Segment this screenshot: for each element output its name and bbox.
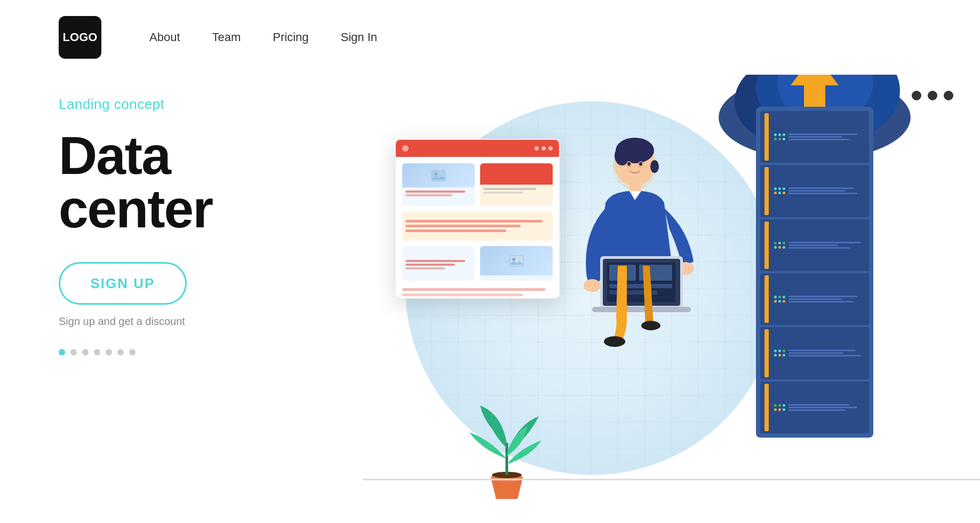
right-illustration: [363, 75, 980, 523]
dot-4[interactable]: [94, 349, 100, 355]
card-image-3: [402, 246, 475, 257]
server-rack: [756, 107, 873, 438]
landing-concept-label: Landing concept: [59, 96, 304, 113]
server-unit-6: [760, 382, 869, 433]
dot-7[interactable]: [129, 349, 136, 355]
nav-team[interactable]: Team: [212, 30, 241, 44]
svg-point-24: [639, 162, 642, 166]
server-lines-6: [788, 404, 865, 411]
server-dots-5: [774, 350, 785, 356]
browser-card-3: [402, 246, 475, 281]
plant-illustration: [469, 395, 533, 491]
server-lines-3: [788, 242, 865, 249]
server-unit-3: [760, 219, 869, 271]
server-dots-2: [774, 187, 785, 194]
svg-point-39: [604, 336, 625, 347]
card-lines-3: [402, 259, 475, 271]
nav-pricing[interactable]: Pricing: [273, 30, 308, 44]
person-svg: [528, 128, 731, 459]
svg-point-20: [650, 160, 659, 173]
menu-dot-2: [928, 91, 937, 100]
left-content: Landing concept Data center SIGN UP Sign…: [0, 75, 363, 523]
main-layout: Landing concept Data center SIGN UP Sign…: [0, 75, 980, 523]
character-illustration: [528, 128, 699, 459]
server-lines-1: [788, 133, 865, 140]
logo: LOGO: [59, 16, 101, 59]
main-nav: About Team Pricing Sign In: [149, 30, 377, 44]
menu-dot-3: [944, 91, 953, 100]
floor-line: [363, 479, 980, 480]
dot-2[interactable]: [70, 349, 77, 355]
svg-point-15: [512, 258, 515, 261]
dot-5[interactable]: [106, 349, 112, 355]
svg-point-27: [584, 279, 601, 292]
card-lines-1: [402, 189, 475, 197]
svg-point-23: [627, 162, 631, 166]
header: LOGO About Team Pricing Sign In: [0, 0, 980, 75]
dots-indicator: [59, 349, 304, 355]
server-dots-4: [774, 296, 785, 303]
svg-rect-31: [592, 307, 691, 312]
dot-6[interactable]: [117, 349, 124, 355]
server-lines-5: [788, 350, 865, 356]
svg-point-13: [434, 172, 437, 176]
server-unit-5: [760, 327, 869, 379]
server-unit-2: [760, 165, 869, 217]
plant-svg: [469, 395, 544, 502]
server-unit-1: [760, 111, 869, 163]
main-title: Data center: [59, 129, 304, 235]
dot-1[interactable]: [59, 349, 65, 355]
server-dots-1: [774, 133, 785, 140]
browser-close-btn: [402, 145, 409, 152]
server-lines-2: [788, 187, 865, 194]
server-dots-6: [774, 404, 785, 411]
server-dots-3: [774, 242, 785, 249]
browser-card-1: [402, 163, 475, 206]
server-lines-4: [788, 296, 865, 303]
discount-text: Sign up and get a discount: [59, 315, 304, 328]
dot-3[interactable]: [82, 349, 89, 355]
card-image-1: [402, 163, 475, 187]
server-unit-4: [760, 273, 869, 325]
nav-signin[interactable]: Sign In: [341, 30, 378, 44]
nav-about[interactable]: About: [149, 30, 180, 44]
signup-button[interactable]: SIGN UP: [59, 262, 187, 305]
svg-point-40: [641, 321, 660, 330]
